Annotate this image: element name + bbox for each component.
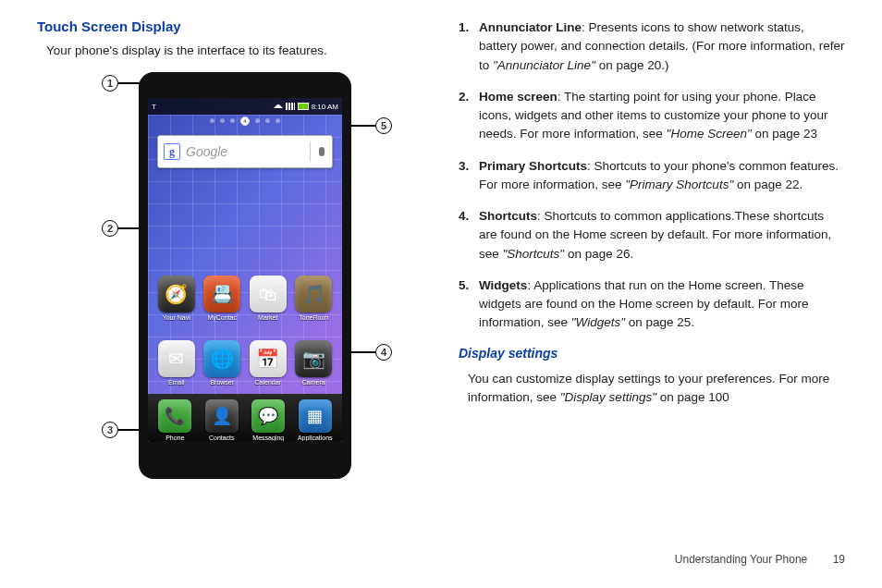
right-column: 1. Annunciator Line: Presents icons to s…	[459, 18, 845, 488]
music-note-icon: 🎵	[295, 276, 332, 312]
app-label: Market	[249, 314, 288, 321]
item-ref: "Widgets"	[571, 315, 625, 329]
page-dot	[230, 118, 235, 123]
phone-diagram: 1 2 3 5 4 T	[37, 72, 425, 488]
app-camera[interactable]: 📷Camera	[294, 340, 333, 386]
envelope-icon: ✉	[158, 340, 195, 377]
phone-icon: 📞	[158, 399, 191, 433]
item-term: Annunciator Line	[479, 20, 582, 34]
callout-5-number: 5	[375, 117, 392, 134]
subtext-b: on page 100	[656, 390, 729, 404]
app-mycontacts[interactable]: 📇MyContac	[202, 276, 241, 321]
app-label: Email	[157, 379, 196, 386]
contacts-card-icon: 📇	[203, 276, 240, 312]
item-text-b: on page 22.	[733, 178, 802, 191]
callout-4: 4	[348, 344, 392, 361]
dock-applications[interactable]: ▦Applications	[296, 399, 335, 441]
page-dot	[210, 118, 214, 123]
shortcut-row-2: ✉Email 🌐Browser 📅Calendar 📷Camera	[148, 340, 342, 386]
item-ref: "Home Screen"	[667, 127, 752, 141]
callout-3-number: 3	[102, 422, 118, 438]
item-ref: "Annunciator Line"	[493, 58, 595, 72]
app-browser[interactable]: 🌐Browser	[202, 340, 241, 386]
search-placeholder: Google	[186, 144, 304, 159]
callout-1: 1	[102, 75, 141, 92]
item-ref: "Shortcuts"	[503, 247, 565, 261]
camera-icon: 📷	[295, 340, 332, 377]
callout-2-number: 2	[102, 220, 118, 237]
dock-label: Contacts	[202, 435, 241, 441]
phone-screen: T 8:10 AM 4	[148, 98, 342, 442]
list-item: 1. Annunciator Line: Presents icons to s…	[459, 18, 845, 75]
callout-1-number: 1	[102, 75, 118, 92]
callout-1-leader	[118, 82, 141, 84]
callout-2-leader	[118, 227, 141, 229]
page-dot	[220, 118, 225, 123]
item-number: 3.	[459, 157, 479, 195]
dock-label: Applications	[296, 435, 335, 441]
compass-icon: 🧭	[158, 276, 195, 312]
signal-icon	[286, 103, 295, 110]
app-label: Calendar	[249, 379, 288, 386]
callout-5: 5	[348, 117, 392, 134]
list-item: 3. Primary Shortcuts: Shortcuts to your …	[459, 157, 845, 195]
footer-section-name: Understanding Your Phone	[675, 553, 807, 566]
phone-frame: T 8:10 AM 4	[139, 72, 351, 479]
callout-5-leader	[348, 125, 375, 127]
market-icon: 🛍	[250, 276, 287, 312]
item-number: 5.	[459, 276, 479, 333]
list-item: 5. Widgets: Applications that run on the…	[459, 276, 845, 333]
dock-contacts[interactable]: 👤Contacts	[202, 399, 241, 441]
subsection-text: You can customize display settings to yo…	[468, 370, 845, 408]
item-text-b: on page 23	[752, 127, 817, 141]
dock-label: Phone	[155, 435, 194, 441]
search-widget[interactable]: g Google	[157, 135, 333, 168]
item-number: 1.	[459, 18, 479, 75]
app-label: MyContac	[202, 314, 241, 321]
page-dot	[265, 118, 270, 123]
page-dot	[255, 118, 260, 123]
app-yournavi[interactable]: 🧭Your Navi	[157, 276, 196, 321]
item-text-b: on page 20.)	[595, 58, 669, 72]
callout-4-number: 4	[375, 344, 392, 361]
callout-4-leader	[348, 351, 375, 353]
page-indicator: 4	[148, 118, 342, 126]
item-text-b: on page 25.	[625, 315, 694, 329]
status-carrier-icon: T	[152, 103, 156, 111]
app-label: Camera	[294, 379, 333, 386]
google-logo-icon: g	[164, 143, 180, 160]
mic-icon[interactable]	[310, 141, 326, 162]
footer-page-number: 19	[833, 553, 845, 566]
dock-messaging[interactable]: 💬Messaging	[249, 399, 288, 441]
app-toneroom[interactable]: 🎵ToneRoon	[294, 276, 333, 321]
left-column: Touch Screen Display Your phone's displa…	[37, 18, 425, 488]
dock-label: Messaging	[249, 435, 288, 441]
app-label: ToneRoon	[294, 314, 333, 321]
callout-2: 2	[102, 220, 141, 237]
list-item: 4. Shortcuts: Shortcuts to common applic…	[459, 207, 845, 263]
list-item: 2. Home screen: The starting point for u…	[459, 88, 845, 144]
status-bar: T 8:10 AM	[148, 98, 342, 115]
app-email[interactable]: ✉Email	[157, 340, 196, 386]
dock-phone[interactable]: 📞Phone	[155, 399, 194, 441]
page-dot	[276, 118, 280, 123]
calendar-icon: 📅	[250, 340, 287, 377]
shortcut-row-1: 🧭Your Navi 📇MyContac 🛍Market 🎵ToneRoon	[148, 276, 342, 321]
item-term: Primary Shortcuts	[479, 159, 587, 173]
item-number: 2.	[459, 88, 479, 144]
app-market[interactable]: 🛍Market	[249, 276, 288, 321]
globe-icon: 🌐	[203, 340, 240, 377]
item-ref: "Primary Shortcuts"	[625, 178, 733, 191]
app-label: Browser	[202, 379, 241, 386]
app-label: Your Navi	[157, 314, 196, 321]
app-calendar[interactable]: 📅Calendar	[249, 340, 288, 386]
contact-icon: 👤	[205, 399, 239, 433]
definition-list: 1. Annunciator Line: Presents icons to s…	[459, 18, 845, 333]
item-term: Shortcuts	[479, 209, 537, 223]
page-dot-current: 4	[240, 116, 250, 126]
message-icon: 💬	[251, 399, 285, 433]
battery-icon	[298, 103, 309, 110]
item-term: Widgets	[479, 278, 527, 292]
page-footer: Understanding Your Phone 19	[675, 553, 845, 566]
wifi-icon	[274, 104, 283, 108]
